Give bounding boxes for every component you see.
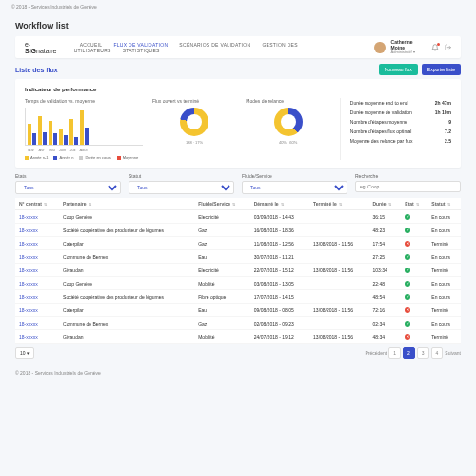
table-row[interactable]: 18-xxxxxCoop GenèveMobilité03/08/2018 - … [15,277,461,290]
page-4[interactable]: 4 [431,347,444,359]
bar [74,137,78,146]
section-title: Liste des flux [15,67,58,73]
filter-fluide: Fluide/Service Tous [242,173,347,194]
nav-item-4[interactable]: STATISTIQUES [117,46,166,55]
filter-fluide-select[interactable]: Tous [242,181,347,194]
user-role: Administratif ▾ [391,50,426,54]
filter-statut-select[interactable]: Tous [129,181,234,194]
state-icon: ✕ [401,304,427,317]
bar [28,124,31,146]
page-title: Workflow list [15,21,461,30]
bar [80,110,84,145]
bar [49,121,52,145]
nav-item-2[interactable]: SCÉNARIOS DE VALIDATION [173,40,256,50]
column-header[interactable]: Statut⇅ [427,198,461,210]
new-flow-button[interactable]: Nouveau flux [379,64,418,75]
table-row[interactable]: 18-xxxxxCommune de BernexEau30/07/2018 -… [15,250,461,264]
state-icon: ✓ [401,277,427,290]
contract-link[interactable]: 18-xxxxx [15,277,59,290]
table-row[interactable]: 18-xxxxxCaterpilarGaz11/08/2018 - 12:561… [15,237,461,250]
bar [85,128,89,146]
filter-etats: Etats Tous [15,173,121,194]
column-header[interactable]: Partenaire⇅ [59,198,194,210]
column-header[interactable]: Fluide/Service⇅ [194,198,250,210]
brand-logo[interactable]: e-SIGnataire [25,41,61,54]
contract-link[interactable]: 18-xxxxx [15,210,59,224]
state-icon: ✓ [401,210,427,224]
filter-statut: Statut Tous [129,173,234,194]
contract-link[interactable]: 18-xxxxx [15,304,59,317]
contract-link[interactable]: 18-xxxxx [15,330,59,344]
top-copyright: © 2018 - Services Industriels de Genève [0,0,476,13]
filter-recherche: Recherche [355,173,461,194]
page-3[interactable]: 3 [417,347,429,359]
contract-link[interactable]: 18-xxxxx [15,290,59,304]
user-info[interactable]: Catherine Moine Administratif ▾ [391,40,426,54]
export-list-button[interactable]: Exporter liste [422,64,461,75]
kpi-item: Nombre d'étapes moyenne9 [350,117,451,127]
state-icon: ✕ [401,237,427,250]
kpi-item: Moyenne des relance par flux2.5 [350,136,451,146]
column-header[interactable]: N° contrat⇅ [15,198,59,210]
table-row[interactable]: 18-xxxxxSociété coopérative des producte… [15,224,461,237]
page-1[interactable]: 1 [388,347,401,359]
table-row[interactable]: 18-xxxxxCommune de BernexGaz02/08/2018 -… [15,317,461,330]
contract-link[interactable]: 18-xxxxx [15,250,59,264]
kpi-item: Nombre d'étapes flux optimal7.2 [350,127,451,136]
state-icon: ✓ [401,264,427,277]
contract-link[interactable]: 18-xxxxx [15,317,59,330]
contract-link[interactable]: 18-xxxxx [15,237,59,250]
bar [69,119,73,146]
workflow-table: N° contrat⇅Partenaire⇅Fluide/Service⇅Dém… [15,198,461,344]
table-row[interactable]: 18-xxxxxGivaudanMobilité24/07/2018 - 19:… [15,330,461,344]
state-icon: ✓ [401,224,427,237]
main-nav: e-SIGnataire ACCUEILFLUX DE VALIDATIONSC… [15,36,461,58]
kpi-list: Durée moyenne end to end2h 47mDurée moye… [340,98,451,160]
footer-copyright: © 2018 - Services Industriels de Genève [0,367,476,380]
kpi-item: Durée moyenne de validation1h 10m [350,108,451,117]
kpi-card: Indicateur de performance Temps de valid… [15,79,461,168]
contract-link[interactable]: 18-xxxxx [15,264,59,277]
table-row[interactable]: 18-xxxxxGivaudanElectricité22/07/2018 - … [15,264,461,277]
chart-flux-open-vs-done: Flux ouvert vs terminé 188 · 17% [152,98,236,160]
column-header[interactable]: Démarré le⇅ [250,198,309,210]
pagination: 10 ▾ Précédent1234Suivant [15,347,461,359]
table-row[interactable]: 18-xxxxxCoop GenèveElectricité03/09/2018… [15,210,461,224]
table-row[interactable]: 18-xxxxxCaterpilarEau09/08/2018 - 08:051… [15,304,461,317]
column-header[interactable]: Terminé le⇅ [309,198,368,210]
prev-page[interactable]: Précédent [365,350,387,356]
search-input[interactable] [355,181,461,192]
state-icon: ✓ [401,317,427,330]
bar [53,133,57,146]
bar [59,129,63,146]
chart-relance-modes: Modes de relance 40% · 60% [246,98,329,160]
state-icon: ✓ [401,250,427,264]
avatar[interactable] [374,42,385,53]
logout-icon[interactable] [445,44,451,51]
nav-items: ACCUEILFLUX DE VALIDATIONSCÉNARIOS DE VA… [74,42,375,53]
kpi-item: Durée moyenne end to end2h 47m [350,98,451,108]
notifications-icon[interactable] [431,44,439,51]
page-2[interactable]: 2 [403,347,415,359]
column-header[interactable]: Durée⇅ [368,198,401,210]
state-icon: ✕ [401,330,427,344]
bar [64,135,68,145]
filters-row: Etats Tous Statut Tous Fluide/Service To… [15,173,461,194]
column-header[interactable]: Etat⇅ [401,198,427,210]
page-size-select[interactable]: 10 ▾ [15,347,34,359]
table-row[interactable]: 18-xxxxxSociété coopérative des producte… [15,290,461,304]
bar [32,133,36,146]
next-page[interactable]: Suivant [445,350,461,356]
contract-link[interactable]: 18-xxxxx [15,224,59,237]
state-icon: ✓ [401,290,427,304]
kpi-card-title: Indicateur de performance [25,87,451,92]
bar [43,132,47,146]
bar [38,116,42,145]
filter-etats-select[interactable]: Tous [15,181,121,194]
chart-validation-time: Temps de validation vs. moyenne MarAvrMa… [25,98,143,160]
